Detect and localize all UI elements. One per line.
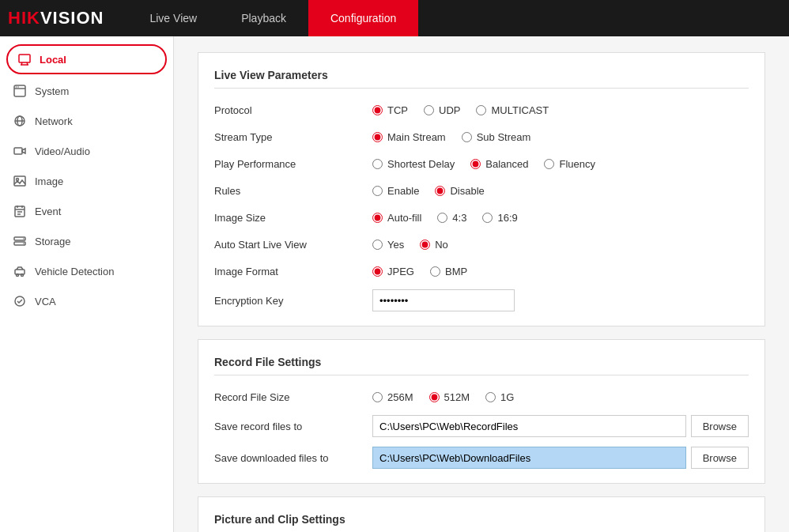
- stream-sub[interactable]: Sub Stream: [462, 131, 531, 143]
- tab-live-view[interactable]: Live View: [127, 0, 219, 36]
- svg-point-24: [23, 243, 25, 244]
- tab-playback[interactable]: Playback: [219, 0, 308, 36]
- sidebar-label-vehicle-detection: Vehicle Detection: [35, 266, 114, 277]
- sidebar: Local System Netw: [0, 36, 174, 532]
- sidebar-item-local[interactable]: Local: [6, 44, 167, 74]
- video-icon: [13, 144, 27, 158]
- sidebar-label-event: Event: [35, 206, 61, 217]
- vca-icon: [13, 294, 27, 308]
- auto-start-yes[interactable]: Yes: [372, 239, 404, 251]
- save-downloaded-files-input[interactable]: [372, 447, 686, 469]
- auto-start-row: Auto Start Live View Yes No: [214, 231, 749, 258]
- sidebar-label-vca: VCA: [35, 296, 56, 308]
- size-4-3[interactable]: 4:3: [437, 212, 466, 224]
- sidebar-item-vehicle-detection[interactable]: Vehicle Detection: [0, 256, 173, 286]
- svg-rect-11: [14, 148, 22, 154]
- protocol-tcp[interactable]: TCP: [372, 104, 408, 116]
- format-jpeg[interactable]: JPEG: [372, 266, 414, 277]
- sidebar-label-network: Network: [35, 115, 73, 127]
- protocol-udp[interactable]: UDP: [424, 104, 460, 116]
- network-icon: [13, 114, 27, 128]
- save-downloaded-files-controls: Browse: [372, 447, 749, 469]
- logo: HIKVISION: [8, 8, 104, 28]
- protocol-multicast[interactable]: MULTICAST: [476, 104, 549, 116]
- image-format-row: Image Format JPEG BMP: [214, 258, 749, 285]
- image-format-controls: JPEG BMP: [372, 266, 749, 277]
- svg-point-27: [21, 274, 24, 277]
- record-file-section: Record File Settings Record File Size 25…: [198, 339, 765, 484]
- top-navigation: HIKVISION Live View Playback Configurati…: [0, 0, 789, 36]
- svg-point-26: [17, 274, 19, 277]
- auto-start-no[interactable]: No: [420, 239, 448, 251]
- rules-controls: Enable Disable: [372, 185, 749, 197]
- sidebar-item-system[interactable]: System: [0, 76, 173, 106]
- main-layout: Local System Netw: [0, 36, 789, 532]
- sidebar-label-storage: Storage: [35, 236, 71, 247]
- save-downloaded-files-browse[interactable]: Browse: [691, 447, 749, 469]
- encryption-key-label: Encryption Key: [214, 295, 372, 307]
- encryption-key-row: Encryption Key: [214, 285, 749, 316]
- sidebar-item-network[interactable]: Network: [0, 106, 173, 136]
- image-size-row: Image Size Auto-fill 4:3 16:9: [214, 204, 749, 231]
- size-16-9[interactable]: 16:9: [482, 212, 517, 224]
- stream-type-row: Stream Type Main Stream Sub Stream: [214, 123, 749, 150]
- save-record-files-row: Save record files to Browse: [214, 410, 749, 442]
- perf-shortest[interactable]: Shortest Delay: [372, 158, 455, 170]
- rules-disable[interactable]: Disable: [435, 185, 484, 197]
- protocol-label: Protocol: [214, 104, 372, 116]
- picture-clip-section: Picture and Clip Settings Save snapshots…: [198, 496, 765, 532]
- save-record-files-input[interactable]: [372, 415, 686, 437]
- sidebar-label-image: Image: [35, 175, 63, 187]
- stream-type-controls: Main Stream Sub Stream: [372, 131, 749, 143]
- record-file-size-row: Record File Size 256M 512M 1G: [214, 383, 749, 410]
- rules-enable[interactable]: Enable: [372, 185, 419, 197]
- play-performance-row: Play Performance Shortest Delay Balanced…: [214, 150, 749, 177]
- protocol-row: Protocol TCP UDP MULTICAST: [214, 96, 749, 123]
- monitor-icon: [17, 52, 32, 66]
- event-icon: [13, 204, 27, 218]
- svg-point-6: [16, 86, 17, 88]
- size-256m[interactable]: 256M: [372, 391, 413, 403]
- sidebar-item-event[interactable]: Event: [0, 196, 173, 226]
- svg-point-23: [23, 238, 25, 240]
- svg-marker-12: [22, 149, 25, 153]
- sidebar-label-video-audio: Video/Audio: [35, 145, 90, 157]
- perf-fluency[interactable]: Fluency: [544, 158, 595, 170]
- save-record-files-controls: Browse: [372, 415, 749, 437]
- stream-main[interactable]: Main Stream: [372, 131, 446, 143]
- logo-hik: HIK: [8, 8, 40, 28]
- save-record-files-browse[interactable]: Browse: [691, 415, 749, 437]
- svg-rect-13: [14, 176, 25, 186]
- vehicle-icon: [13, 264, 27, 278]
- svg-rect-0: [19, 55, 30, 62]
- encryption-key-controls: [372, 289, 749, 311]
- protocol-controls: TCP UDP MULTICAST: [372, 104, 749, 116]
- encryption-key-input[interactable]: [372, 289, 515, 311]
- size-512m[interactable]: 512M: [429, 391, 470, 403]
- tab-configuration[interactable]: Configuration: [308, 0, 418, 36]
- play-performance-label: Play Performance: [214, 158, 372, 170]
- rules-row: Rules Enable Disable: [214, 177, 749, 204]
- format-bmp[interactable]: BMP: [430, 266, 467, 277]
- sidebar-label-system: System: [35, 85, 69, 97]
- sidebar-item-storage[interactable]: Storage: [0, 226, 173, 256]
- sidebar-item-video-audio[interactable]: Video/Audio: [0, 136, 173, 166]
- live-view-params-title: Live View Parameters: [214, 62, 749, 89]
- sidebar-item-vca[interactable]: VCA: [0, 286, 173, 316]
- record-file-title: Record File Settings: [214, 349, 749, 375]
- sidebar-item-image[interactable]: Image: [0, 166, 173, 196]
- image-size-label: Image Size: [214, 212, 372, 224]
- play-performance-controls: Shortest Delay Balanced Fluency: [372, 158, 749, 170]
- save-record-files-label: Save record files to: [214, 421, 372, 432]
- logo-vision: VISION: [40, 8, 104, 28]
- size-autofill[interactable]: Auto-fill: [372, 212, 421, 224]
- perf-balanced[interactable]: Balanced: [470, 158, 528, 170]
- rules-label: Rules: [214, 185, 372, 197]
- save-downloaded-files-label: Save downloaded files to: [214, 452, 372, 464]
- record-file-size-controls: 256M 512M 1G: [372, 391, 749, 403]
- image-size-controls: Auto-fill 4:3 16:9: [372, 212, 749, 224]
- main-content: Live View Parameters Protocol TCP UDP MU…: [174, 36, 789, 532]
- size-1g[interactable]: 1G: [485, 391, 514, 403]
- storage-icon: [13, 234, 27, 248]
- system-icon: [13, 84, 27, 98]
